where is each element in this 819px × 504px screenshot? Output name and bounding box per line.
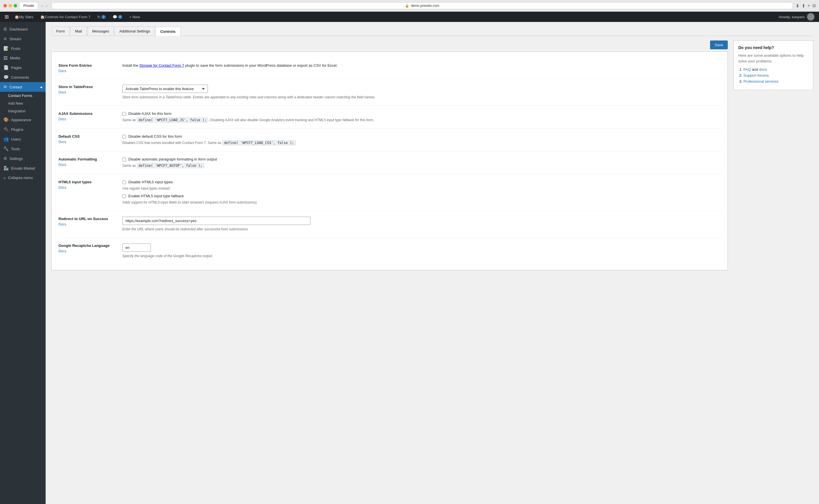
sidebar-item-settings[interactable]: ⚙ Settings	[0, 154, 46, 163]
updates-menu[interactable]: ↻ 2	[94, 12, 109, 22]
contact-submenu: Contact Forms Add New Integration	[0, 92, 46, 115]
sidebar-item-plugins[interactable]: 🔌 Plugins	[0, 125, 46, 134]
new-content-menu[interactable]: + New	[126, 12, 143, 22]
save-area: Save	[51, 40, 728, 49]
tab-additional-settings[interactable]: Additional Settings	[114, 27, 155, 36]
ajax-checkbox-label[interactable]: Disable AJAX for this form	[128, 111, 171, 116]
sidebar-item-dashboard[interactable]: ⊞ Dashboard	[0, 24, 46, 34]
back-button[interactable]: ‹	[40, 3, 44, 9]
css-docs[interactable]: Docs	[58, 140, 66, 144]
sidebar-item-tools[interactable]: 🔧 Tools	[0, 144, 46, 154]
tablepress-docs[interactable]: Docs	[58, 90, 66, 94]
store-desc-text1: Install the	[122, 63, 139, 68]
support-forums-link[interactable]: Support forums	[743, 73, 769, 78]
sidebar-item-pages[interactable]: 📄 Pages	[0, 63, 46, 72]
plugins-icon: 🔌	[3, 127, 9, 132]
css-desc: Disables CSS that comes bundled with Con…	[122, 140, 721, 145]
formatting-checkbox[interactable]	[122, 158, 126, 161]
formatting-checkbox-row: Disable automatic paragraph formatting i…	[122, 157, 721, 161]
help-and-text: and	[752, 67, 759, 72]
ajax-checkbox[interactable]	[122, 112, 126, 116]
tab-form[interactable]: Form	[51, 27, 70, 36]
chevron-right-icon: ◀	[40, 86, 42, 89]
sidebar-label-tools: Tools	[11, 147, 20, 151]
css-content: Disable default CSS for this form Disabl…	[122, 134, 721, 145]
sidebar-label-collapse: Collapse menu	[8, 176, 33, 180]
sidebar-item-media[interactable]: 🖼 Media	[0, 53, 46, 63]
save-button[interactable]: Save	[710, 40, 728, 49]
html5-disable-checkbox[interactable]	[122, 180, 126, 184]
faq-link[interactable]: FAQ	[743, 67, 751, 72]
store-form-entries-title: Store Form Entries	[58, 63, 115, 68]
recaptcha-docs[interactable]: Docs	[58, 249, 66, 253]
sidebar-item-users[interactable]: 👥 Users	[0, 134, 46, 144]
sidebar-item-stream[interactable]: ≋ Stream	[0, 34, 46, 44]
forward-button[interactable]: ›	[45, 3, 49, 9]
address-text: demo.preseto.com	[411, 4, 439, 8]
sidebar-item-contact[interactable]: ✉ Contact ◀	[0, 82, 46, 92]
wp-layout: ⊞ Dashboard ≋ Stream 📝 Posts 🖼 Media 📄 P…	[0, 22, 819, 504]
css-checkbox[interactable]	[122, 135, 126, 139]
docs-link[interactable]: docs	[759, 67, 767, 72]
store-form-entries-desc: Install the Storage for Contact Form 7 p…	[122, 63, 721, 68]
formatting-docs[interactable]: Docs	[58, 163, 66, 167]
tl-green[interactable]	[14, 4, 17, 7]
sidebar-item-contact-forms[interactable]: Contact Forms	[0, 92, 46, 99]
tablepress-select[interactable]: Activate TablePress to enable this featu…	[122, 85, 208, 93]
share-icon[interactable]: ⬆	[802, 3, 805, 9]
css-checkbox-label[interactable]: Disable default CSS for this form	[128, 134, 182, 139]
sidebar-item-collapse[interactable]: « Collapse menu	[0, 173, 46, 182]
sidebar-item-integration[interactable]: Integration	[0, 107, 46, 115]
redirect-input[interactable]	[122, 217, 310, 225]
wp-logo[interactable]: ⊞	[5, 14, 9, 20]
sidebar-label-contact: Contact	[9, 85, 22, 89]
extensions-icon[interactable]: ⧉	[812, 3, 816, 9]
html5-enable-label[interactable]: Enable HTML5 input type fallback	[128, 194, 184, 198]
avatar[interactable]	[807, 13, 814, 21]
site-name-menu[interactable]: 🏠 Controls for Contact Form 7	[37, 12, 94, 22]
sidebar-item-appearance[interactable]: 🎨 Appearance	[0, 115, 46, 125]
admin-bar-right: Howdy, kaspars	[776, 13, 814, 21]
store-form-entries-docs[interactable]: Docs	[58, 69, 66, 73]
help-link-item-faq: FAQ and docs	[743, 67, 808, 72]
professional-services-link[interactable]: Professional services	[743, 79, 779, 84]
setting-label-store-form-entries: Store Form Entries Docs	[58, 63, 115, 73]
address-bar[interactable]: 🔒 demo.preseto.com	[52, 2, 793, 9]
sidebar-item-posts[interactable]: 📝 Posts	[0, 44, 46, 53]
recaptcha-title: Google Recaptcha Language	[58, 243, 115, 248]
tab-controls[interactable]: Controls	[155, 27, 180, 36]
my-sites-menu[interactable]: 🏠 My Sites	[11, 12, 37, 22]
recaptcha-content: Specify the language code of the Google …	[122, 243, 721, 259]
tl-red[interactable]	[3, 4, 7, 7]
tl-yellow[interactable]	[9, 4, 12, 7]
ajax-title: AJAX Submissions	[58, 111, 115, 116]
setting-label-html5: HTML5 input types Docs	[58, 180, 115, 205]
sidebar-item-add-new[interactable]: Add New	[0, 99, 46, 107]
browser-tab-label: Private	[23, 4, 34, 8]
comments-menu[interactable]: 💬 0	[109, 12, 126, 22]
redirect-docs[interactable]: Docs	[58, 222, 66, 226]
lock-icon: 🔒	[405, 4, 409, 8]
recaptcha-input[interactable]	[122, 243, 151, 252]
formatting-checkbox-label[interactable]: Disable automatic paragraph formatting i…	[128, 157, 217, 161]
html5-enable-checkbox[interactable]	[122, 194, 126, 198]
sidebar-item-envato[interactable]: 🏪 Envato Market	[0, 163, 46, 173]
my-sites-label: My Sites	[19, 15, 33, 19]
tab-mail[interactable]: Mail	[70, 27, 87, 36]
sidebar-item-comments[interactable]: 💬 Comments	[0, 72, 46, 82]
ajax-docs[interactable]: Docs	[58, 117, 66, 121]
ajax-content: Disable AJAX for this form Same as defin…	[122, 111, 721, 123]
new-label: + New	[129, 15, 140, 19]
new-tab-icon[interactable]: +	[808, 3, 810, 9]
redirect-title: Redirect to URL on Success	[58, 217, 115, 221]
ajax-code: define( 'WPCF7_LOAD_JS', false );	[137, 117, 208, 123]
html5-disable-label[interactable]: Disable HTML5 input types	[128, 180, 173, 184]
css-checkbox-row: Disable default CSS for this form	[122, 134, 721, 139]
sidebar-label-appearance: Appearance	[11, 118, 31, 122]
html5-docs[interactable]: Docs	[58, 186, 66, 190]
browser-tab[interactable]: Private	[20, 3, 37, 9]
download-icon[interactable]: ⬇	[796, 3, 799, 9]
tab-messages[interactable]: Messages	[87, 27, 114, 36]
storage-plugin-link[interactable]: Storage for Contact Form 7	[139, 63, 184, 68]
sidebar-label-settings: Settings	[9, 157, 23, 161]
